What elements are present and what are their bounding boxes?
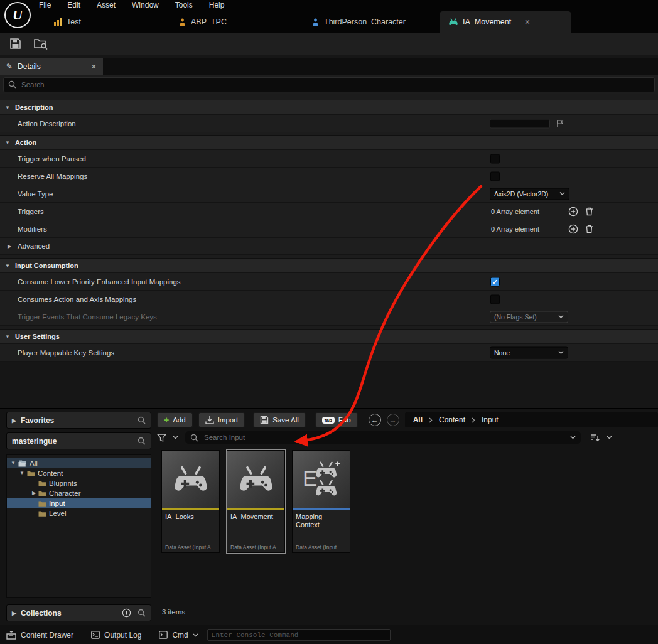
tab-test[interactable]: Test	[45, 11, 90, 33]
breadcrumb-all[interactable]: All	[413, 416, 423, 424]
menu-item-window[interactable]: Window	[132, 1, 159, 9]
value-type-dropdown[interactable]: Axis2D (Vector2D)	[490, 188, 569, 200]
tree-label: Content	[38, 468, 63, 478]
section-user-settings[interactable]: ▼ User Settings	[0, 329, 658, 344]
player-mappable-dropdown[interactable]: None	[490, 346, 568, 358]
trigger-when-paused-checkbox[interactable]	[490, 154, 500, 163]
consumes-action-axis-checkbox[interactable]	[490, 294, 500, 304]
add-button[interactable]: + Add	[157, 412, 193, 427]
trash-icon[interactable]	[585, 224, 594, 234]
add-array-element-icon[interactable]	[568, 224, 578, 234]
reserve-all-mappings-checkbox[interactable]	[490, 171, 500, 181]
asset-type: Data Asset (Input A...	[165, 544, 215, 550]
browse-to-asset-icon[interactable]	[34, 38, 48, 50]
breadcrumb-input[interactable]: Input	[482, 416, 499, 424]
property-label: Consumes Action and Axis Mappings	[18, 296, 136, 303]
section-label: User Settings	[15, 333, 60, 340]
tab-abp-tpc[interactable]: ABP_TPC	[170, 11, 235, 33]
row-advanced[interactable]: ▶ Advanced	[0, 238, 658, 255]
tree-item-all[interactable]: ▼ All	[7, 458, 151, 468]
details-search-input[interactable]	[20, 80, 650, 89]
section-action[interactable]: ▼ Action	[0, 135, 658, 150]
search-icon[interactable]	[138, 437, 146, 445]
tree-item-input[interactable]: Input	[7, 498, 151, 508]
unreal-logo[interactable]: U	[4, 2, 31, 28]
dropdown-value: Axis2D (Vector2D)	[494, 190, 548, 198]
menu-item-file[interactable]: File	[39, 1, 51, 9]
close-details-icon[interactable]: ✕	[91, 63, 97, 71]
menu-item-tools[interactable]: Tools	[175, 1, 193, 9]
collapse-triangle-icon: ▼	[5, 263, 10, 269]
search-icon[interactable]	[138, 609, 146, 617]
tab-thirdperson-character[interactable]: ThirdPerson_Character	[303, 11, 414, 33]
property-label: Modifiers	[18, 225, 47, 233]
property-label: Reserve All Mappings	[18, 173, 87, 180]
tab-ia-movement[interactable]: IA_Movement ✕	[440, 11, 571, 33]
search-icon[interactable]	[138, 416, 146, 424]
trash-icon[interactable]	[585, 207, 594, 217]
asset-search-box[interactable]	[185, 431, 581, 444]
section-description[interactable]: ▼ Description	[0, 100, 658, 115]
save-all-button[interactable]: Save All	[253, 412, 306, 427]
back-button[interactable]: ←	[369, 414, 381, 426]
row-triggers: Triggers 0 Array element	[0, 203, 658, 220]
collapse-triangle-icon[interactable]: ▼	[19, 468, 24, 478]
collections-label: Collections	[21, 609, 62, 618]
save-icon[interactable]	[9, 38, 21, 50]
filter-icon[interactable]	[157, 434, 166, 442]
source-panel-header[interactable]: masteringue	[6, 432, 151, 449]
section-input-consumption[interactable]: ▼ Input Consumption	[0, 258, 658, 273]
add-collection-icon[interactable]	[122, 608, 131, 618]
add-array-element-icon[interactable]	[568, 207, 578, 217]
fab-button[interactable]: fab Fab	[315, 412, 358, 427]
chevron-right-icon	[429, 417, 433, 423]
content-drawer-button[interactable]: Content Drawer	[6, 631, 73, 640]
output-log-icon	[91, 631, 100, 639]
menu-item-asset[interactable]: Asset	[97, 1, 116, 9]
action-description-input[interactable]	[490, 119, 550, 128]
asset-tile-ia-movement[interactable]: IA_Movement Data Asset (Input A...	[227, 450, 285, 553]
tree-item-level[interactable]: Level	[7, 508, 151, 518]
content-browser-sidebar: ▶ Favorites masteringue ▼ All ▼	[6, 412, 151, 621]
tree-item-content[interactable]: ▼ Content	[7, 468, 151, 478]
tree-label: Level	[49, 508, 67, 518]
favorites-header[interactable]: ▶ Favorites	[6, 412, 151, 429]
output-log-button[interactable]: Output Log	[91, 631, 141, 640]
input-action-icon	[448, 18, 458, 26]
import-button[interactable]: Import	[198, 412, 245, 427]
content-drawer-label: Content Drawer	[21, 631, 73, 640]
breadcrumb-content[interactable]: Content	[439, 416, 465, 424]
collapse-triangle-icon[interactable]: ▼	[11, 458, 16, 468]
search-icon	[190, 434, 198, 442]
consume-lower-priority-checkbox[interactable]: ✓	[490, 277, 500, 286]
sort-chevron-icon[interactable]	[607, 436, 612, 439]
asset-type: Data Asset (Input...	[296, 544, 341, 550]
chevron-down-icon[interactable]	[570, 436, 576, 439]
favorites-label: Favorites	[21, 416, 54, 425]
console-command-input[interactable]	[207, 629, 391, 641]
filter-row	[157, 430, 653, 445]
forward-button[interactable]: →	[387, 414, 399, 426]
flag-icon[interactable]	[556, 119, 564, 128]
expand-triangle-icon[interactable]: ▶	[32, 488, 36, 498]
asset-tile-mapping-context[interactable]: E Mapping Context Data Asset (Input...	[292, 450, 350, 553]
filter-chevron-icon[interactable]	[173, 436, 178, 439]
content-browser: ▶ Favorites masteringue ▼ All ▼	[0, 408, 658, 625]
details-search-box[interactable]	[3, 77, 655, 92]
close-tab-icon[interactable]: ✕	[524, 18, 530, 26]
tab-details[interactable]: ✎ Details ✕	[0, 58, 103, 75]
legacy-flags-dropdown[interactable]: (No Flags Set)	[490, 311, 568, 323]
tree-item-character[interactable]: ▶ Character	[7, 488, 151, 498]
tree-item-bluprints[interactable]: Bluprints	[7, 478, 151, 488]
details-tab-label: Details	[18, 62, 41, 71]
asset-search-input[interactable]	[203, 433, 566, 442]
cmd-selector[interactable]: Cmd	[159, 631, 198, 640]
row-value-type: Value Type Axis2D (Vector2D)	[0, 185, 658, 203]
menu-item-edit[interactable]: Edit	[67, 1, 80, 9]
collections-header[interactable]: ▶ Collections	[6, 604, 151, 621]
details-panel: ▼ Description Action Description ▼ Actio…	[0, 94, 658, 362]
sort-settings-icon[interactable]	[590, 434, 600, 442]
menu-item-help[interactable]: Help	[209, 1, 225, 9]
section-label: Action	[15, 139, 36, 146]
asset-tile-ia-looks[interactable]: IA_Looks Data Asset (Input A...	[161, 450, 220, 553]
